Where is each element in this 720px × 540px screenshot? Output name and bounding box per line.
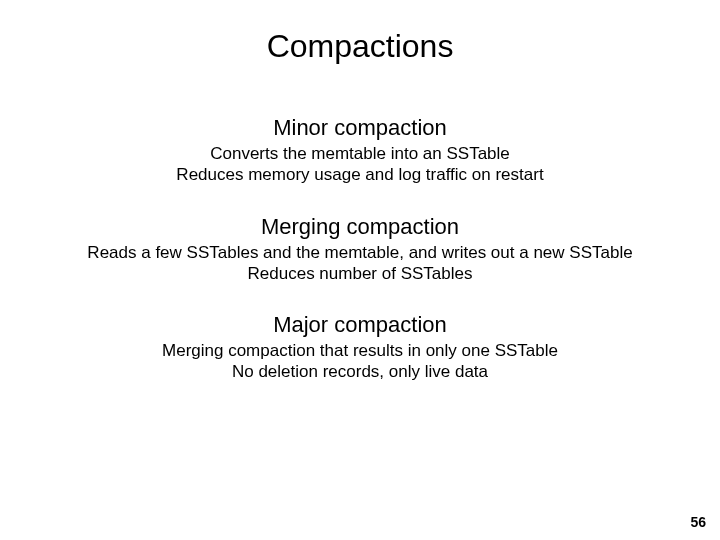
body-line: Converts the memtable into an SSTable [0,143,720,164]
section-merging: Merging compaction Reads a few SSTables … [0,214,720,285]
body-line: Merging compaction that results in only … [0,340,720,361]
body-line: No deletion records, only live data [0,361,720,382]
section-minor: Minor compaction Converts the memtable i… [0,115,720,186]
section-heading: Minor compaction [0,115,720,141]
slide-title: Compactions [0,0,720,115]
body-line: Reads a few SSTables and the memtable, a… [0,242,720,263]
page-number: 56 [690,514,706,530]
body-line: Reduces memory usage and log traffic on … [0,164,720,185]
section-heading: Major compaction [0,312,720,338]
slide: Compactions Minor compaction Converts th… [0,0,720,540]
section-major: Major compaction Merging compaction that… [0,312,720,383]
section-heading: Merging compaction [0,214,720,240]
body-line: Reduces number of SSTables [0,263,720,284]
